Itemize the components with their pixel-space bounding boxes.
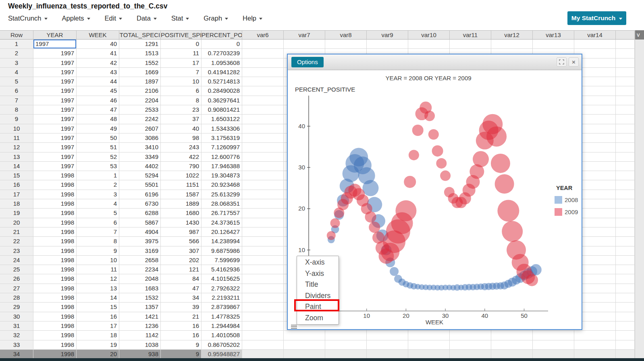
expand-icon[interactable] bbox=[557, 57, 567, 67]
cell[interactable] bbox=[242, 209, 284, 218]
cell[interactable]: 2607 bbox=[119, 124, 161, 134]
cell[interactable]: 4.1015625 bbox=[202, 274, 242, 284]
cell[interactable]: 3349 bbox=[119, 152, 161, 162]
cell[interactable]: 50 bbox=[77, 134, 119, 143]
cell[interactable] bbox=[284, 340, 325, 350]
cell[interactable] bbox=[616, 152, 635, 162]
cell[interactable]: 1997 bbox=[33, 143, 77, 152]
cell[interactable] bbox=[616, 124, 635, 134]
cell[interactable]: 9 bbox=[161, 350, 202, 359]
cell[interactable]: 1998 bbox=[33, 350, 77, 359]
cell[interactable]: 938 bbox=[119, 350, 161, 359]
cell[interactable]: 6730 bbox=[119, 199, 161, 209]
cell[interactable] bbox=[616, 190, 635, 199]
cell[interactable]: 1430 bbox=[161, 218, 202, 227]
row-number-cell[interactable]: 14 bbox=[0, 162, 33, 171]
cell[interactable]: 10 bbox=[161, 77, 202, 86]
context-menu-item-zoom[interactable]: Zoom bbox=[297, 313, 339, 324]
row-number-cell[interactable]: 1 bbox=[0, 40, 33, 49]
row-number-cell[interactable]: 11 bbox=[0, 134, 33, 143]
cell[interactable]: 1997 bbox=[33, 162, 77, 171]
cell[interactable]: 6196 bbox=[119, 190, 161, 199]
cell[interactable]: 17 bbox=[77, 321, 119, 331]
cell[interactable] bbox=[242, 293, 284, 303]
cell[interactable]: 1997 bbox=[33, 49, 77, 58]
cell[interactable]: 1680 bbox=[161, 209, 202, 218]
cell[interactable] bbox=[574, 40, 616, 49]
row-number-cell[interactable]: 2 bbox=[0, 49, 33, 58]
cell[interactable] bbox=[242, 218, 284, 227]
cell[interactable]: 1421 bbox=[119, 312, 161, 321]
cell[interactable]: 3975 bbox=[119, 237, 161, 246]
cell[interactable]: 16 bbox=[161, 321, 202, 331]
cell[interactable] bbox=[616, 237, 635, 246]
cell[interactable]: 0.72703239 bbox=[202, 49, 242, 58]
cell[interactable]: 84 bbox=[161, 274, 202, 284]
cell[interactable]: 2658 bbox=[119, 256, 161, 265]
cell[interactable]: 45 bbox=[77, 86, 119, 96]
cell[interactable] bbox=[491, 331, 533, 340]
cell[interactable]: 8 bbox=[161, 96, 202, 105]
cell[interactable]: 1142 bbox=[119, 331, 161, 340]
cell[interactable] bbox=[533, 340, 574, 350]
cell[interactable] bbox=[616, 331, 635, 340]
cell[interactable] bbox=[616, 143, 635, 152]
cell[interactable]: 24.373615 bbox=[202, 218, 242, 227]
cell[interactable]: 6 bbox=[161, 86, 202, 96]
cell[interactable]: 46 bbox=[77, 96, 119, 105]
cell[interactable]: 1897 bbox=[119, 77, 161, 86]
cell[interactable]: 1998 bbox=[33, 190, 77, 199]
cell[interactable]: 20.923468 bbox=[202, 180, 242, 190]
cell[interactable]: 25.613299 bbox=[202, 190, 242, 199]
cell[interactable]: 1998 bbox=[33, 246, 77, 256]
row-number-cell[interactable]: 18 bbox=[0, 199, 33, 209]
cell[interactable]: 2242 bbox=[119, 115, 161, 124]
cell[interactable]: 0 bbox=[202, 40, 242, 49]
row-number-cell[interactable]: 33 bbox=[0, 340, 33, 350]
cell[interactable]: 1.0953608 bbox=[202, 58, 242, 68]
column-header[interactable]: TOTAL_SPECI bbox=[119, 31, 161, 40]
cell[interactable] bbox=[367, 340, 408, 350]
cell[interactable]: 1 bbox=[77, 171, 119, 180]
cell[interactable]: 5867 bbox=[119, 218, 161, 227]
cell[interactable]: 0.52714813 bbox=[202, 77, 242, 86]
cell[interactable] bbox=[450, 350, 491, 359]
row-number-cell[interactable]: 20 bbox=[0, 218, 33, 227]
cell[interactable] bbox=[242, 68, 284, 77]
row-number-cell[interactable]: 25 bbox=[0, 265, 33, 274]
cell[interactable] bbox=[450, 340, 491, 350]
row-number-cell[interactable]: 17 bbox=[0, 190, 33, 199]
menu-applets[interactable]: Applets bbox=[62, 15, 90, 22]
cell[interactable]: 5294 bbox=[119, 171, 161, 180]
cell[interactable]: 2106 bbox=[119, 86, 161, 96]
row-number-cell[interactable]: 32 bbox=[0, 331, 33, 340]
cell[interactable]: 17 bbox=[161, 58, 202, 68]
cell[interactable] bbox=[616, 49, 635, 58]
cell[interactable] bbox=[616, 321, 635, 331]
cell[interactable]: 1357 bbox=[119, 303, 161, 312]
cell[interactable]: 3410 bbox=[119, 143, 161, 152]
menu-data[interactable]: Data bbox=[137, 15, 157, 22]
row-number-cell[interactable]: 26 bbox=[0, 274, 33, 284]
cell[interactable] bbox=[242, 265, 284, 274]
cell[interactable]: 1151 bbox=[161, 180, 202, 190]
cell[interactable] bbox=[242, 162, 284, 171]
cell[interactable] bbox=[408, 340, 450, 350]
menu-edit[interactable]: Edit bbox=[105, 15, 122, 22]
cell[interactable]: 0.28490028 bbox=[202, 86, 242, 96]
cell[interactable]: 3169 bbox=[119, 246, 161, 256]
cell[interactable] bbox=[616, 350, 635, 359]
row-number-cell[interactable]: 30 bbox=[0, 312, 33, 321]
row-number-cell[interactable]: 13 bbox=[0, 152, 33, 162]
cell[interactable]: 19 bbox=[77, 340, 119, 350]
column-header[interactable]: var6 bbox=[242, 31, 284, 40]
cell[interactable] bbox=[242, 58, 284, 68]
cell[interactable]: 1552 bbox=[119, 58, 161, 68]
cell[interactable] bbox=[491, 40, 533, 49]
row-number-cell[interactable]: 23 bbox=[0, 246, 33, 256]
cell[interactable]: 4402 bbox=[119, 162, 161, 171]
cell[interactable] bbox=[616, 209, 635, 218]
menu-stat[interactable]: Stat bbox=[171, 15, 189, 22]
column-header[interactable]: YEAR bbox=[33, 31, 77, 40]
cell[interactable]: 52 bbox=[77, 152, 119, 162]
